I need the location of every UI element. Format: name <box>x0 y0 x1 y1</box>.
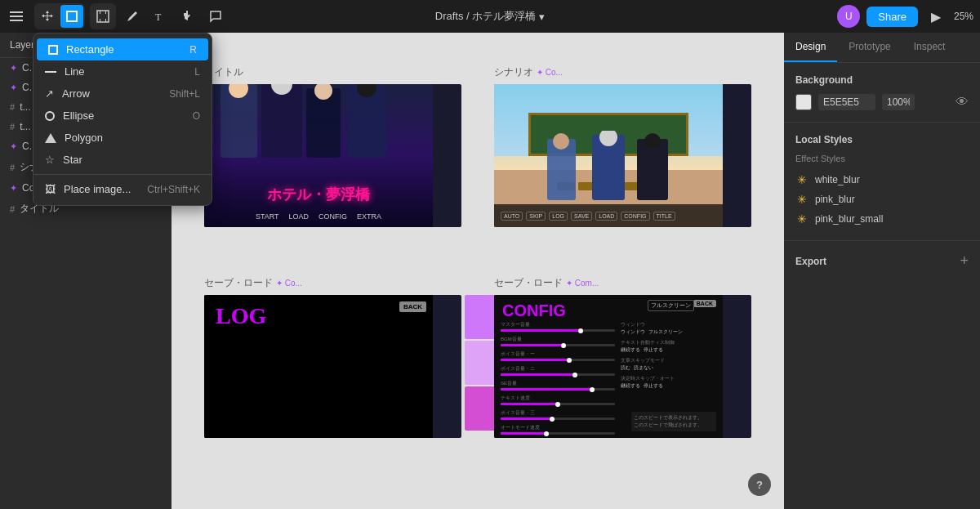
dropdown-item-place-image[interactable]: 🖼 Place image... Ctrl+Shift+K <box>33 178 212 200</box>
component-badge: ✦ Co... <box>537 68 563 77</box>
config-skip-row: 文章スキップモード 読む 読まない <box>621 357 716 372</box>
move-tool-button[interactable] <box>36 5 59 28</box>
dropdown-item-label: Polygon <box>65 132 103 144</box>
canvas-area[interactable]: タイトル <box>172 33 784 509</box>
title-button[interactable]: TITLE <box>653 212 675 221</box>
effect-style-icon: ✳ <box>795 212 808 225</box>
component-icon: ✦ <box>10 141 17 152</box>
slider-row-auto: オートモード速度 <box>501 424 615 435</box>
frame-scenario[interactable]: AUTO SKIP LOG SAVE LOAD CONFIG TITLE <box>494 84 751 227</box>
chevron-down-icon[interactable]: ▾ <box>539 11 545 23</box>
frame-log-outer: LOG BACK <box>204 295 461 438</box>
line-icon <box>45 71 56 73</box>
slider-row-se: SE音量 <box>501 380 615 391</box>
config-button[interactable]: CONFIG <box>621 212 649 221</box>
svg-rect-3 <box>105 11 106 14</box>
arrow-icon: ↗ <box>45 87 54 100</box>
effect-style-icon: ✳ <box>795 173 808 186</box>
slider-row-bgm: BGM音量 <box>501 336 615 346</box>
config-right-panel: ウィンドウ ウィンドウ フルスクリーン テキスト自動ティス制御 継続する <box>621 321 716 390</box>
dropdown-item-arrow[interactable]: ↗ Arrow Shift+L <box>33 83 212 105</box>
scenario-label-bar: AUTO SKIP LOG SAVE LOAD CONFIG TITLE <box>494 204 723 227</box>
scenario-buttons: AUTO SKIP LOG SAVE LOAD CONFIG TITLE <box>501 212 675 221</box>
help-button[interactable]: ? <box>748 473 771 496</box>
svg-rect-2 <box>100 11 100 14</box>
dropdown-item-line[interactable]: Line L <box>33 60 212 83</box>
style-label: pink_blur <box>815 194 855 205</box>
auto-button[interactable]: AUTO <box>501 212 523 221</box>
dropdown-item-rectangle[interactable]: Rectangle R <box>37 38 208 60</box>
dropdown-item-ellipse[interactable]: Ellipse O <box>33 105 212 127</box>
hex-input[interactable] <box>818 94 875 110</box>
opacity-input[interactable] <box>882 94 915 110</box>
style-item-white-blur[interactable]: ✳ white_blur <box>795 170 969 190</box>
svg-rect-8 <box>261 84 302 158</box>
svg-text:T: T <box>155 11 162 23</box>
share-button[interactable]: Share <box>866 7 918 27</box>
shape-dropdown-menu: Rectangle R Line L ↗ Arrow Shift+L Ellip… <box>33 33 212 206</box>
hamburger-menu-button[interactable] <box>7 5 29 28</box>
text-tool-button[interactable]: T <box>149 5 172 28</box>
visibility-toggle[interactable]: 👁 <box>956 95 969 109</box>
svg-rect-1 <box>97 11 109 22</box>
dropdown-item-star[interactable]: ☆ Star <box>33 149 212 171</box>
play-button[interactable]: ▶ <box>924 5 947 28</box>
frame-icon: # <box>10 102 15 112</box>
slider-row-voice1: ボイス音量・ー <box>501 350 615 361</box>
save-button[interactable]: SAVE <box>571 212 592 221</box>
config-fullscreen-button[interactable]: フルスクリーン <box>648 300 694 311</box>
export-title: Export <box>795 256 826 267</box>
breadcrumb-text: Drafts / ホテル夢浮橋 <box>435 9 537 24</box>
style-item-pink-blur-small[interactable]: ✳ pink_blur_small <box>795 209 969 229</box>
tab-design[interactable]: Design <box>784 33 837 62</box>
frame-title[interactable]: ホテル・夢浮橋 START LOAD CONFIG EXTRA <box>204 84 461 227</box>
load-button[interactable]: LOAD <box>595 212 617 221</box>
zoom-level[interactable]: 25% <box>954 11 973 22</box>
svg-point-20 <box>644 133 661 150</box>
background-row: 👁 <box>795 94 969 110</box>
frame-scenario-label: シナリオ <box>494 65 533 79</box>
svg-rect-4 <box>100 19 100 22</box>
frame-icon: # <box>10 122 15 132</box>
frames-grid: タイトル <box>172 33 784 471</box>
style-item-pink-blur[interactable]: ✳ pink_blur <box>795 190 969 209</box>
component-icon: ✦ <box>10 83 17 93</box>
effect-styles-subtitle: Effect Styles <box>795 154 969 163</box>
pen-tool-button[interactable] <box>121 5 144 28</box>
comment-tool-button[interactable] <box>204 5 227 28</box>
frame-log[interactable]: LOG BACK <box>204 295 461 438</box>
frame-label-title: タイトル <box>204 65 461 79</box>
back-badge[interactable]: BACK <box>399 301 426 312</box>
config-title: CONFIG <box>502 301 566 320</box>
slider-row-voice3: ボイス音量・三 <box>501 409 615 420</box>
shortcut-label: Ctrl+Shift+K <box>147 184 200 195</box>
export-add-button[interactable]: + <box>960 252 969 270</box>
scenario-characters <box>494 131 723 204</box>
shortcut-label: Shift+L <box>169 88 200 100</box>
skip-button[interactable]: SKIP <box>526 212 546 221</box>
color-swatch[interactable] <box>795 94 812 110</box>
local-styles-section: Local Styles Effect Styles ✳ white_blur … <box>784 123 980 241</box>
background-title: Background <box>795 74 969 86</box>
dropdown-item-polygon[interactable]: Polygon <box>33 127 212 149</box>
config-window-row: ウィンドウ ウィンドウ フルスクリーン <box>621 321 716 336</box>
config-text-row: テキスト自動ティス制御 継続する 停止する <box>621 339 716 354</box>
shape-tool-button[interactable] <box>60 5 83 28</box>
avatar[interactable]: U <box>837 5 860 28</box>
frame-wrapper-title: タイトル <box>204 65 461 227</box>
breadcrumb: Drafts / ホテル夢浮橋 ▾ <box>435 9 546 24</box>
right-panel-tabs: Design Prototype Inspect <box>784 33 980 63</box>
right-panel: Design Prototype Inspect Background 👁 Lo… <box>784 33 980 509</box>
log-title: LOG <box>216 303 266 329</box>
slider-fill <box>501 329 581 332</box>
frame-config[interactable]: CONFIG BACK フルスクリーン マスター音量 BGM音量 <box>494 295 751 438</box>
frame-tools <box>90 3 116 29</box>
character-art <box>204 84 433 158</box>
slider-thumb[interactable] <box>578 328 583 333</box>
config-back-badge[interactable]: BACK <box>693 300 716 307</box>
frame-tool-button[interactable] <box>91 5 114 28</box>
log-button[interactable]: LOG <box>549 212 568 221</box>
tab-inspect[interactable]: Inspect <box>902 33 957 62</box>
hand-tool-button[interactable] <box>176 5 199 28</box>
tab-prototype[interactable]: Prototype <box>837 33 902 62</box>
